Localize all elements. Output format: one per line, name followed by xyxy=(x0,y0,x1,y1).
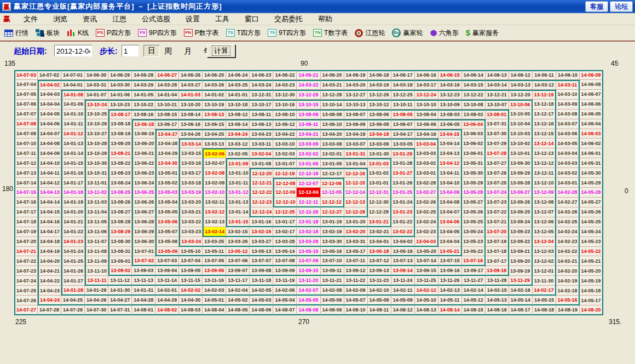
grid-cell[interactable]: 12-12-22 xyxy=(250,188,273,198)
grid-cell[interactable]: 13-08-25 xyxy=(108,188,132,198)
grid-cell[interactable]: 14-04-09 xyxy=(38,148,61,158)
grid-cell[interactable]: 14-05-04 xyxy=(273,296,297,305)
grid-cell[interactable]: 13-07-07 xyxy=(250,256,273,266)
grid-cell[interactable]: 13-06-08 xyxy=(368,119,391,129)
grid-cell[interactable]: 12-12-27 xyxy=(321,207,344,217)
grid-cell[interactable]: 14-04-24 xyxy=(38,296,61,305)
grid-cell[interactable]: 12-12-14 xyxy=(344,188,368,198)
grid-cell[interactable]: 14-03-09 xyxy=(556,100,580,109)
grid-cell[interactable]: 13-04-04 xyxy=(438,237,462,247)
grid-cell[interactable]: 13-10-11 xyxy=(391,100,415,109)
grid-cell[interactable]: 13-07-24 xyxy=(486,188,509,198)
grid-cell[interactable]: 13-05-08 xyxy=(155,237,179,247)
grid-cell[interactable]: 13-12-20 xyxy=(509,90,533,100)
grid-cell[interactable]: 14-07-22 xyxy=(14,256,38,266)
grid-cell[interactable]: 13-04-30 xyxy=(155,158,179,168)
menu-item-2[interactable]: 浏览 xyxy=(48,13,73,25)
grid-cell[interactable]: 13-09-24 xyxy=(509,217,533,227)
grid-cell[interactable]: 14-08-12 xyxy=(391,305,415,315)
grid-cell[interactable]: 13-09-15 xyxy=(415,266,438,276)
grid-cell[interactable]: 14-02-13 xyxy=(438,286,462,296)
grid-cell[interactable]: 14-03-05 xyxy=(556,138,580,148)
grid-cell[interactable]: 14-06-13 xyxy=(486,70,509,80)
menu-item-3[interactable]: 资讯 xyxy=(77,13,102,25)
grid-cell[interactable]: 13-06-11 xyxy=(297,119,320,129)
grid-cell[interactable]: 14-05-27 xyxy=(580,198,603,207)
grid-cell[interactable]: 13-05-21 xyxy=(438,247,462,257)
grid-cell[interactable]: 13-01-14 xyxy=(226,207,250,217)
grid-cell[interactable]: 14-03-25 xyxy=(226,80,250,90)
grid-cell[interactable]: 13-02-03 xyxy=(273,148,297,158)
grid-cell[interactable]: 13-09-09 xyxy=(273,266,297,276)
grid-cell[interactable]: 13-01-29 xyxy=(391,148,415,158)
grid-cell[interactable]: 13-10-06 xyxy=(509,100,533,109)
grid-cell[interactable]: 13-04-08 xyxy=(438,198,462,207)
grid-cell[interactable]: 14-01-18 xyxy=(61,188,85,198)
grid-cell[interactable]: 13-10-05 xyxy=(509,109,533,119)
grid-cell[interactable]: 14-05-06 xyxy=(321,296,344,305)
grid-cell[interactable]: 12-12-29 xyxy=(368,207,391,217)
grid-cell[interactable]: 13-10-04 xyxy=(509,119,533,129)
grid-cell[interactable]: 14-02-17 xyxy=(533,286,556,296)
grid-cell[interactable]: 14-02-25 xyxy=(556,217,580,227)
grid-cell[interactable]: 14-01-24 xyxy=(61,247,85,257)
grid-cell[interactable]: 13-07-05 xyxy=(203,256,226,266)
grid-cell[interactable]: 12-12-16 xyxy=(344,168,368,178)
menu-item-8[interactable]: 窗口 xyxy=(239,13,264,25)
grid-cell[interactable]: 13-11-22 xyxy=(344,276,368,286)
grid-cell[interactable]: 13-12-02 xyxy=(533,256,556,266)
grid-cell[interactable]: 14-08-14 xyxy=(438,305,462,315)
grid-cell[interactable]: 13-12-16 xyxy=(533,119,556,129)
grid-cell[interactable]: 13-03-03 xyxy=(415,148,438,158)
grid-cell[interactable]: 14-01-21 xyxy=(61,217,85,227)
grid-cell[interactable]: 14-03-29 xyxy=(132,80,155,90)
toolbar-item-9p-sifangxing[interactable]: P99P四方形 xyxy=(138,28,177,38)
grid-cell[interactable]: 13-10-17 xyxy=(250,100,273,109)
grid-cell[interactable]: 12-12-26 xyxy=(297,207,320,217)
grid-cell[interactable]: 13-06-25 xyxy=(132,188,155,198)
grid-cell[interactable]: 13-06-01 xyxy=(462,148,486,158)
grid-cell[interactable]: 14-03-02 xyxy=(556,168,580,178)
grid-cell[interactable]: 13-04-24 xyxy=(226,129,250,139)
grid-cell[interactable]: 14-06-28 xyxy=(132,70,155,80)
grid-cell[interactable]: 13-07-08 xyxy=(273,256,297,266)
grid-cell[interactable]: 13-03-07 xyxy=(344,138,368,148)
grid-cell[interactable]: 13-08-26 xyxy=(108,198,132,207)
grid-cell[interactable]: 13-01-13 xyxy=(226,198,250,207)
grid-cell[interactable]: 14-02-21 xyxy=(556,256,580,266)
grid-cell[interactable]: 14-02-15 xyxy=(486,286,509,296)
grid-cell[interactable]: 13-08-29 xyxy=(108,227,132,237)
grid-cell[interactable]: 13-03-14 xyxy=(179,138,203,148)
grid-cell[interactable]: 13-07-23 xyxy=(486,198,509,207)
grid-cell[interactable]: 14-08-04 xyxy=(203,305,226,315)
grid-cell[interactable]: 14-01-04 xyxy=(155,90,179,100)
grid-cell[interactable]: 14-01-20 xyxy=(61,207,85,217)
grid-cell[interactable]: 13-07-11 xyxy=(344,256,368,266)
grid-cell[interactable]: 14-06-25 xyxy=(203,70,226,80)
grid-cell[interactable]: 14-07-27 xyxy=(14,305,38,315)
grid-cell[interactable]: 13-04-13 xyxy=(438,148,462,158)
grid-cell[interactable]: 13-07-13 xyxy=(391,256,415,266)
grid-cell[interactable]: 13-01-04 xyxy=(344,158,368,168)
grid-cell[interactable]: 14-07-07 xyxy=(14,109,38,119)
grid-cell[interactable]: 14-05-02 xyxy=(226,296,250,305)
grid-cell[interactable]: 13-06-09 xyxy=(344,119,368,129)
grid-cell[interactable]: 14-07-11 xyxy=(14,148,38,158)
grid-cell[interactable]: 13-12-09 xyxy=(533,188,556,198)
grid-cell[interactable]: 13-03-18 xyxy=(179,178,203,188)
grid-cell[interactable]: 14-05-19 xyxy=(580,276,603,286)
grid-cell[interactable]: 14-01-11 xyxy=(61,119,85,129)
grid-cell[interactable]: 14-05-21 xyxy=(580,256,603,266)
grid-cell[interactable]: 12-12-12 xyxy=(321,198,344,207)
grid-cell[interactable]: 13-02-25 xyxy=(415,207,438,217)
grid-cell[interactable]: 14-02-18 xyxy=(556,286,580,296)
grid-cell[interactable]: 14-04-08 xyxy=(38,138,61,148)
grid-cell[interactable]: 13-01-09 xyxy=(226,158,250,168)
grid-cell[interactable]: 14-01-19 xyxy=(61,198,85,207)
grid-cell[interactable]: 14-03-26 xyxy=(203,80,226,90)
grid-cell[interactable]: 13-01-26 xyxy=(391,178,415,188)
grid-cell[interactable]: 14-01-07 xyxy=(85,90,108,100)
grid-cell[interactable]: 14-04-25 xyxy=(61,296,85,305)
grid-cell[interactable]: 13-03-09 xyxy=(297,138,320,148)
grid-cell[interactable]: 13-07-04 xyxy=(179,256,203,266)
